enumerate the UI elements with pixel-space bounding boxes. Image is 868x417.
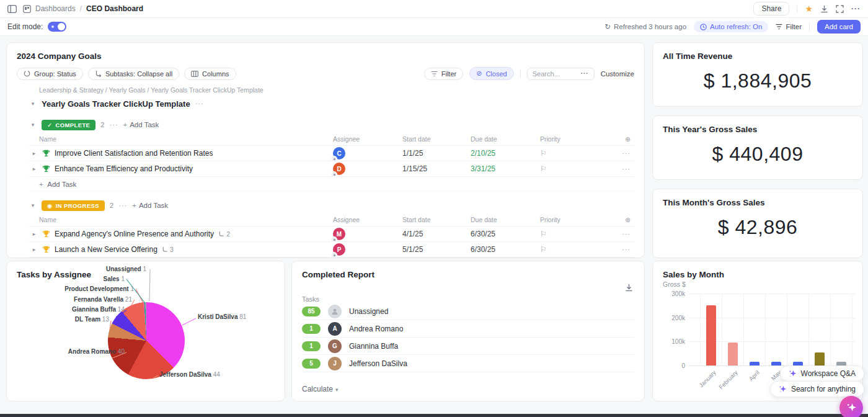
report-row[interactable]: 5JJefferson DaSilva [302, 355, 634, 372]
pie-label: Andrea Romano 40 [41, 348, 125, 356]
add-card-button[interactable]: Add card [817, 20, 861, 34]
closed-pill[interactable]: ⊘ Closed [469, 67, 513, 80]
refresh-status[interactable]: ↻ Refreshed 3 hours ago [604, 22, 686, 31]
download-icon[interactable] [820, 5, 828, 13]
column-header[interactable]: Assignee [333, 135, 402, 143]
priority-flag-icon[interactable]: ⚐ [540, 164, 607, 173]
column-header[interactable]: Due date [471, 135, 540, 143]
report-row[interactable]: 1AAndrea Romano [302, 320, 634, 338]
chevron-right-icon[interactable]: ▸ [30, 166, 38, 172]
bar-february[interactable] [728, 343, 738, 365]
chevron-right-icon[interactable]: ▸ [30, 246, 38, 253]
column-header[interactable]: Start date [402, 216, 471, 223]
group-status-pill[interactable]: Group: Status [17, 68, 83, 80]
due-date[interactable]: 2/10/25 [471, 149, 540, 158]
row-more-icon[interactable]: ··· [607, 165, 634, 173]
column-header[interactable]: Start date [402, 135, 471, 143]
add-column-icon[interactable]: ⊕ [607, 216, 634, 223]
search-more-icon[interactable]: ··· [581, 70, 589, 77]
list-title[interactable]: Yearly Goals Tracker ClickUp Template [42, 99, 190, 109]
ai-assistant-button[interactable] [839, 396, 863, 417]
bar-april[interactable] [750, 362, 760, 365]
due-date[interactable]: 3/31/25 [471, 164, 540, 173]
table-row[interactable]: ▸Improve Client Satisfaction and Retenti… [29, 146, 634, 161]
bar-january[interactable] [706, 305, 716, 365]
row-more-icon[interactable]: ··· [607, 246, 634, 253]
start-date[interactable]: 5/1/25 [402, 245, 471, 254]
add-task-button[interactable]: +Add Task [132, 202, 168, 209]
due-date[interactable]: 6/30/25 [471, 245, 540, 254]
priority-flag-icon[interactable]: ⚐ [540, 149, 607, 158]
more-icon[interactable]: ··· [851, 4, 861, 13]
row-more-icon[interactable]: ··· [607, 230, 634, 238]
priority-flag-icon[interactable]: ⚐ [540, 245, 607, 254]
add-column-icon[interactable]: ⊕ [607, 135, 634, 143]
avatar[interactable]: M [333, 228, 345, 240]
table-row[interactable]: ▸Enhance Team Efficiency and Productivit… [29, 161, 634, 177]
column-header[interactable]: Due date [471, 216, 540, 223]
columns-pill[interactable]: Columns [184, 68, 236, 80]
add-task-row[interactable]: + Add Task [29, 177, 634, 192]
start-date[interactable]: 4/1/25 [402, 230, 471, 238]
filter-icon [776, 24, 782, 30]
edit-bar: Edit mode: ↻ Refreshed 3 hours ago Auto … [0, 18, 868, 36]
due-date[interactable]: 6/30/25 [471, 230, 540, 238]
gridline [808, 294, 809, 365]
report-row[interactable]: 1GGiannina Buffa [302, 338, 634, 355]
breadcrumb-section[interactable]: Dashboards [35, 4, 76, 13]
goals-search-box[interactable]: ··· [527, 68, 595, 80]
priority-flag-icon[interactable]: ⚐ [540, 230, 607, 238]
pie-label-name: Kristi DaSilva [198, 313, 237, 320]
chevron-right-icon[interactable]: ▸ [30, 231, 38, 237]
add-task-button[interactable]: +Add Task [123, 121, 159, 128]
download-icon[interactable] [625, 284, 633, 292]
column-header[interactable]: Assignee [333, 216, 402, 223]
favorite-star-icon[interactable]: ★ [805, 4, 813, 13]
column-header[interactable]: Name [29, 135, 333, 143]
filter-button[interactable]: Filter [776, 23, 802, 30]
row-more-icon[interactable]: ··· [607, 150, 634, 157]
column-header[interactable]: Priority [540, 135, 607, 143]
chevron-down-icon[interactable]: ▾ [29, 101, 37, 107]
group-more-icon[interactable]: ··· [118, 202, 127, 209]
status-glyph-icon: ✓ [47, 122, 52, 128]
sidebar-toggle-icon[interactable] [7, 5, 17, 13]
share-button[interactable]: Share [753, 2, 789, 16]
chevron-down-icon[interactable]: ▾ [29, 202, 37, 208]
table-row[interactable]: ▸Expand Agency's Online Presence and Aut… [29, 226, 634, 242]
avatar[interactable]: D [333, 163, 345, 175]
chevron-down-icon[interactable]: ▾ [29, 122, 37, 128]
start-date[interactable]: 1/1/25 [402, 149, 471, 158]
column-header[interactable]: Name [29, 216, 333, 223]
bar-hidden[interactable] [815, 352, 825, 365]
chevron-right-icon[interactable]: ▸ [30, 150, 38, 156]
goals-filter-pill[interactable]: Filter [424, 68, 463, 80]
workspace-qa-pill[interactable]: Workspace Q&A [780, 365, 864, 382]
list-breadcrumb[interactable]: Leadership & Strategy / Yearly Goals / Y… [29, 86, 634, 94]
group-more-icon[interactable]: ··· [109, 121, 118, 128]
customize-button[interactable]: Customize [601, 70, 634, 78]
pie-chart[interactable] [108, 302, 185, 379]
search-input[interactable] [533, 70, 572, 78]
subtasks-pill[interactable]: Subtasks: Collapse all [88, 68, 179, 80]
edit-mode-toggle[interactable] [48, 22, 66, 32]
report-row[interactable]: 85Unassigned [302, 303, 634, 320]
table-row[interactable]: ▸Launch a New Service Offering3P5/1/256/… [29, 242, 634, 258]
avatar[interactable]: P [333, 243, 345, 256]
status-badge[interactable]: ✓COMPLETE [42, 120, 95, 130]
start-date[interactable]: 1/15/25 [402, 164, 471, 173]
task-name[interactable]: Enhance Team Efficiency and Productivity [55, 164, 193, 173]
auto-refresh-pill[interactable]: Auto refresh: On [694, 21, 768, 32]
task-name[interactable]: Launch a New Service Offering [55, 245, 157, 254]
avatar[interactable]: C [333, 147, 345, 159]
add-task-button[interactable]: + Add Task [39, 181, 76, 188]
task-name[interactable]: Expand Agency's Online Presence and Auth… [55, 230, 214, 238]
list-more-icon[interactable]: ··· [195, 100, 204, 107]
status-badge[interactable]: ◉IN PROGRESS [42, 200, 105, 211]
column-header[interactable]: Priority [540, 216, 607, 223]
bar-may[interactable] [771, 362, 781, 365]
task-name[interactable]: Improve Client Satisfaction and Retentio… [55, 149, 213, 158]
ai-search-pill[interactable]: Search for anything [770, 381, 864, 397]
expand-icon[interactable] [836, 5, 844, 13]
calculate-button[interactable]: Calculate▾ [302, 385, 339, 393]
